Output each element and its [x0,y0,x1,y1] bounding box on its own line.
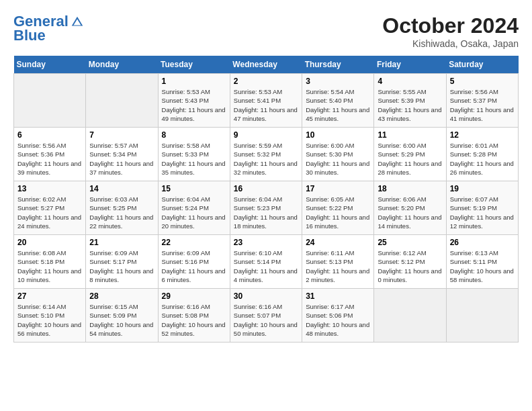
day-info: Sunrise: 6:06 AM Sunset: 5:20 PM Dayligh… [378,195,442,230]
calendar-cell: 23Sunrise: 6:10 AM Sunset: 5:14 PM Dayli… [230,235,302,289]
day-info: Sunrise: 5:55 AM Sunset: 5:39 PM Dayligh… [378,87,442,123]
day-info: Sunrise: 5:54 AM Sunset: 5:40 PM Dayligh… [306,87,370,123]
day-number: 5 [450,77,515,86]
calendar-cell: 6Sunrise: 5:56 AM Sunset: 5:36 PM Daylig… [14,128,86,181]
day-number: 3 [306,77,370,86]
day-number: 11 [378,130,442,140]
day-number: 28 [89,291,154,301]
calendar-cell: 3Sunrise: 5:54 AM Sunset: 5:40 PM Daylig… [302,74,374,128]
day-info: Sunrise: 6:00 AM Sunset: 5:29 PM Dayligh… [378,141,442,177]
calendar-cell: 11Sunrise: 6:00 AM Sunset: 5:29 PM Dayli… [374,128,446,181]
day-number: 24 [306,238,370,247]
day-number: 4 [378,77,442,86]
day-info: Sunrise: 6:13 AM Sunset: 5:11 PM Dayligh… [450,248,515,284]
calendar-cell [86,74,158,128]
day-number: 30 [234,291,298,301]
month-title: October 2024 [382,13,519,38]
day-info: Sunrise: 5:57 AM Sunset: 5:34 PM Dayligh… [89,141,154,177]
calendar-cell [374,289,446,342]
day-number: 12 [450,130,515,140]
calendar-cell: 20Sunrise: 6:08 AM Sunset: 5:18 PM Dayli… [14,235,86,289]
day-info: Sunrise: 6:10 AM Sunset: 5:14 PM Dayligh… [234,248,298,284]
calendar-cell: 21Sunrise: 6:09 AM Sunset: 5:17 PM Dayli… [86,235,158,289]
calendar-cell: 22Sunrise: 6:09 AM Sunset: 5:16 PM Dayli… [158,235,230,289]
day-number: 9 [234,130,298,140]
day-number: 10 [306,130,370,140]
calendar-cell: 26Sunrise: 6:13 AM Sunset: 5:11 PM Dayli… [446,235,518,289]
day-info: Sunrise: 5:56 AM Sunset: 5:37 PM Dayligh… [450,87,515,123]
day-info: Sunrise: 6:01 AM Sunset: 5:28 PM Dayligh… [450,141,515,177]
calendar-cell: 28Sunrise: 6:15 AM Sunset: 5:09 PM Dayli… [86,289,158,342]
calendar-cell: 27Sunrise: 6:14 AM Sunset: 5:10 PM Dayli… [14,289,86,342]
weekday-header-tuesday: Tuesday [158,56,230,74]
day-number: 17 [306,184,370,193]
calendar-cell: 1Sunrise: 5:53 AM Sunset: 5:43 PM Daylig… [158,74,230,128]
day-number: 25 [378,238,442,247]
calendar-cell: 17Sunrise: 6:05 AM Sunset: 5:22 PM Dayli… [302,181,374,235]
calendar-cell: 9Sunrise: 5:59 AM Sunset: 5:32 PM Daylig… [230,128,302,181]
day-number: 21 [89,238,154,247]
day-number: 18 [378,184,442,193]
calendar-cell: 2Sunrise: 5:53 AM Sunset: 5:41 PM Daylig… [230,74,302,128]
logo: General Blue [13,13,85,44]
calendar-cell: 19Sunrise: 6:07 AM Sunset: 5:19 PM Dayli… [446,181,518,235]
day-info: Sunrise: 6:15 AM Sunset: 5:09 PM Dayligh… [89,302,154,338]
calendar-cell: 25Sunrise: 6:12 AM Sunset: 5:12 PM Dayli… [374,235,446,289]
calendar-cell: 13Sunrise: 6:02 AM Sunset: 5:27 PM Dayli… [14,181,86,235]
day-number: 26 [450,238,515,247]
day-info: Sunrise: 6:12 AM Sunset: 5:12 PM Dayligh… [378,248,442,284]
day-number: 19 [450,184,515,193]
weekday-header-sunday: Sunday [14,56,86,74]
weekday-header-friday: Friday [374,56,446,74]
day-number: 7 [89,130,154,140]
weekday-header-wednesday: Wednesday [230,56,302,74]
page-header: General Blue October 2024 Kishiwada, Osa… [13,13,519,49]
calendar-table: SundayMondayTuesdayWednesdayThursdayFrid… [13,56,519,342]
calendar-cell: 30Sunrise: 6:16 AM Sunset: 5:07 PM Dayli… [230,289,302,342]
day-info: Sunrise: 6:16 AM Sunset: 5:07 PM Dayligh… [234,302,298,338]
day-info: Sunrise: 6:08 AM Sunset: 5:18 PM Dayligh… [17,248,82,284]
day-info: Sunrise: 5:58 AM Sunset: 5:33 PM Dayligh… [162,141,226,177]
calendar-cell: 24Sunrise: 6:11 AM Sunset: 5:13 PM Dayli… [302,235,374,289]
day-info: Sunrise: 5:53 AM Sunset: 5:43 PM Dayligh… [162,87,226,123]
day-info: Sunrise: 6:05 AM Sunset: 5:22 PM Dayligh… [306,195,370,230]
day-number: 15 [162,184,226,193]
calendar-cell: 10Sunrise: 6:00 AM Sunset: 5:30 PM Dayli… [302,128,374,181]
day-info: Sunrise: 6:09 AM Sunset: 5:16 PM Dayligh… [162,248,226,284]
day-info: Sunrise: 6:16 AM Sunset: 5:08 PM Dayligh… [162,302,226,338]
day-info: Sunrise: 5:53 AM Sunset: 5:41 PM Dayligh… [234,87,298,123]
day-number: 29 [162,291,226,301]
calendar-cell: 16Sunrise: 6:04 AM Sunset: 5:23 PM Dayli… [230,181,302,235]
day-number: 23 [234,238,298,247]
day-number: 6 [17,130,82,140]
calendar-cell: 29Sunrise: 6:16 AM Sunset: 5:08 PM Dayli… [158,289,230,342]
day-number: 20 [17,238,82,247]
calendar-cell: 5Sunrise: 5:56 AM Sunset: 5:37 PM Daylig… [446,74,518,128]
day-number: 31 [306,291,370,301]
day-info: Sunrise: 6:04 AM Sunset: 5:24 PM Dayligh… [162,195,226,230]
day-info: Sunrise: 6:14 AM Sunset: 5:10 PM Dayligh… [17,302,82,338]
calendar-cell: 14Sunrise: 6:03 AM Sunset: 5:25 PM Dayli… [86,181,158,235]
day-info: Sunrise: 6:17 AM Sunset: 5:06 PM Dayligh… [306,302,370,338]
weekday-header-monday: Monday [86,56,158,74]
calendar-cell: 8Sunrise: 5:58 AM Sunset: 5:33 PM Daylig… [158,128,230,181]
calendar-cell: 12Sunrise: 6:01 AM Sunset: 5:28 PM Dayli… [446,128,518,181]
title-block: October 2024 Kishiwada, Osaka, Japan [382,13,519,49]
calendar-cell: 18Sunrise: 6:06 AM Sunset: 5:20 PM Dayli… [374,181,446,235]
day-info: Sunrise: 5:56 AM Sunset: 5:36 PM Dayligh… [17,141,82,177]
day-info: Sunrise: 6:00 AM Sunset: 5:30 PM Dayligh… [306,141,370,177]
day-info: Sunrise: 6:11 AM Sunset: 5:13 PM Dayligh… [306,248,370,284]
location: Kishiwada, Osaka, Japan [382,38,519,49]
calendar-cell: 7Sunrise: 5:57 AM Sunset: 5:34 PM Daylig… [86,128,158,181]
day-number: 8 [162,130,226,140]
day-info: Sunrise: 6:02 AM Sunset: 5:27 PM Dayligh… [17,195,82,230]
day-number: 2 [234,77,298,86]
day-number: 16 [234,184,298,193]
day-info: Sunrise: 6:07 AM Sunset: 5:19 PM Dayligh… [450,195,515,230]
day-info: Sunrise: 6:09 AM Sunset: 5:17 PM Dayligh… [89,248,154,284]
day-info: Sunrise: 5:59 AM Sunset: 5:32 PM Dayligh… [234,141,298,177]
weekday-header-thursday: Thursday [302,56,374,74]
calendar-cell: 4Sunrise: 5:55 AM Sunset: 5:39 PM Daylig… [374,74,446,128]
calendar-cell [446,289,518,342]
day-info: Sunrise: 6:04 AM Sunset: 5:23 PM Dayligh… [234,195,298,230]
